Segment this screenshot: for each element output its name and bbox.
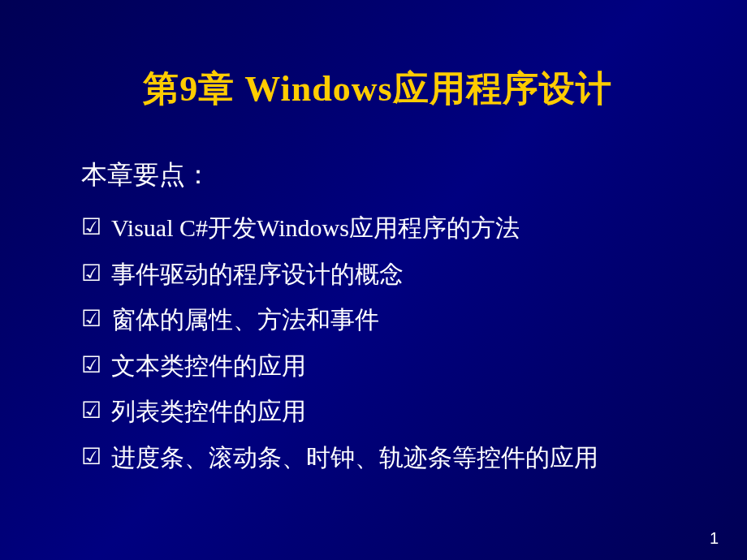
bullet-text: Visual C#开发Windows应用程序的方法	[110, 209, 520, 248]
list-item: ☑ 窗体的属性、方法和事件	[81, 301, 674, 339]
slide-title: 第9章 Windows应用程序设计	[81, 65, 674, 113]
checkbox-icon: ☑	[81, 347, 101, 382]
list-item: ☑ 文本类控件的应用	[81, 347, 674, 386]
bullet-text: 进度条、滚动条、时钟、轨迹条等控件的应用	[110, 439, 598, 477]
bullet-text: 列表类控件的应用	[110, 393, 306, 431]
checkbox-icon: ☑	[81, 439, 101, 474]
list-item: ☑ Visual C#开发Windows应用程序的方法	[81, 209, 674, 248]
slide-container: 第9章 Windows应用程序设计 本章要点： ☑ Visual C#开发Win…	[0, 0, 747, 560]
list-item: ☑ 列表类控件的应用	[81, 393, 674, 431]
checkbox-icon: ☑	[81, 209, 101, 244]
checkbox-icon: ☑	[81, 301, 101, 336]
checkbox-icon: ☑	[81, 393, 101, 428]
list-item: ☑ 事件驱动的程序设计的概念	[81, 256, 674, 294]
list-item: ☑ 进度条、滚动条、时钟、轨迹条等控件的应用	[81, 439, 674, 477]
checkbox-icon: ☑	[81, 256, 101, 291]
page-number: 1	[710, 529, 719, 548]
bullet-text: 文本类控件的应用	[110, 347, 306, 386]
bullet-list: ☑ Visual C#开发Windows应用程序的方法 ☑ 事件驱动的程序设计的…	[81, 209, 674, 476]
slide-subtitle: 本章要点：	[81, 157, 674, 193]
bullet-text: 窗体的属性、方法和事件	[110, 301, 379, 339]
bullet-text: 事件驱动的程序设计的概念	[110, 256, 404, 294]
